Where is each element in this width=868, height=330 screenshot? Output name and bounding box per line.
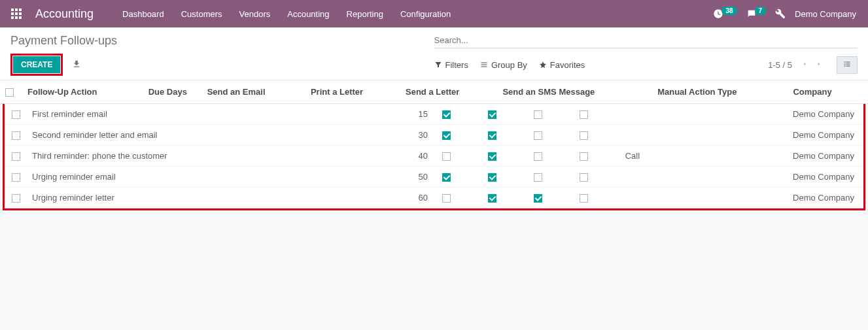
th-due[interactable]: Due Days [143, 80, 202, 104]
checkbox-icon[interactable] [580, 110, 588, 119]
checkbox-icon[interactable] [580, 152, 588, 161]
cell-action: Urging reminder letter [27, 188, 378, 208]
cell-action: First reminder email [27, 104, 378, 125]
th-send-letter[interactable]: Send a Letter [400, 80, 497, 104]
create-button[interactable]: Create [13, 56, 60, 73]
cell-company: Demo Company [680, 125, 863, 146]
cell-company: Demo Company [680, 188, 863, 208]
svg-rect-0 [11, 8, 14, 11]
select-all-checkbox[interactable] [5, 88, 14, 97]
th-print[interactable]: Print a Letter [305, 80, 400, 104]
menu-vendors[interactable]: Vendors [233, 5, 277, 23]
menu-accounting[interactable]: Accounting [281, 5, 336, 23]
pager-prev[interactable] [797, 58, 812, 73]
cell-manual [620, 167, 681, 188]
cell-action: Urging reminder email [27, 167, 378, 188]
checkbox-icon[interactable] [488, 152, 496, 161]
checkbox-icon[interactable] [534, 173, 542, 182]
cell-sms [574, 167, 620, 188]
checkbox-icon[interactable] [12, 173, 20, 182]
top-navbar: Accounting Dashboard Customers Vendors A… [0, 0, 868, 27]
svg-rect-6 [11, 16, 14, 19]
table-row[interactable]: Second reminder letter and email30Demo C… [5, 125, 863, 146]
svg-rect-4 [15, 12, 18, 15]
th-email[interactable]: Send an Email [202, 80, 305, 104]
filters-button[interactable]: Filters [434, 60, 468, 70]
cell-email [437, 104, 483, 125]
header-row: Follow-Up Action Due Days Send an Email … [0, 80, 868, 104]
cell-due: 50 [378, 167, 437, 188]
cell-sms [574, 188, 620, 208]
cell-action: Third reminder: phone the customer [27, 146, 378, 167]
checkbox-icon[interactable] [442, 173, 451, 182]
control-panel: Payment Follow-ups Create Filters Group … [0, 27, 868, 80]
cell-sms [574, 146, 620, 167]
cell-email [437, 188, 483, 208]
checkbox-icon[interactable] [488, 173, 496, 182]
svg-rect-1 [15, 8, 18, 11]
checkbox-icon[interactable] [12, 152, 20, 161]
messages-button[interactable]: 7 [746, 8, 767, 19]
cell-send-letter [529, 125, 574, 146]
menu-dashboard[interactable]: Dashboard [116, 5, 171, 23]
menu-customers[interactable]: Customers [175, 5, 229, 23]
checkbox-icon[interactable] [534, 131, 542, 140]
checkbox-icon[interactable] [442, 131, 451, 140]
groupby-button[interactable]: Group By [480, 60, 527, 70]
th-company[interactable]: Company [788, 80, 868, 104]
table-row[interactable]: First reminder email15Demo Company [5, 104, 863, 125]
menu-configuration[interactable]: Configuration [394, 5, 457, 23]
company-switcher[interactable]: Demo Company [795, 9, 856, 19]
pager-next[interactable] [812, 58, 826, 73]
favorites-label: Favorites [550, 60, 585, 70]
checkbox-icon[interactable] [580, 173, 588, 182]
checkbox-icon[interactable] [534, 152, 542, 161]
checkbox-icon[interactable] [442, 194, 451, 203]
apps-icon[interactable] [5, 8, 27, 19]
cell-print [483, 104, 529, 125]
svg-rect-3 [11, 12, 14, 15]
nav-right: 38 7 Demo Company [713, 8, 863, 19]
debug-icon[interactable] [775, 8, 786, 19]
cell-sms [574, 104, 620, 125]
svg-rect-5 [19, 12, 22, 15]
checkbox-icon[interactable] [12, 194, 20, 203]
checkbox-icon[interactable] [488, 110, 496, 119]
checkbox-icon[interactable] [488, 131, 496, 140]
th-action[interactable]: Follow-Up Action [22, 80, 143, 104]
cell-company: Demo Company [680, 104, 863, 125]
activities-count: 38 [721, 7, 737, 15]
cell-send-letter [529, 167, 574, 188]
cell-due: 30 [378, 125, 437, 146]
cell-manual [620, 125, 681, 146]
favorites-button[interactable]: Favorites [539, 60, 585, 70]
checkbox-icon[interactable] [12, 110, 20, 119]
cell-company: Demo Company [680, 167, 863, 188]
th-manual[interactable]: Manual Action Type [652, 80, 788, 104]
menu-reporting[interactable]: Reporting [340, 5, 390, 23]
th-sms[interactable]: Send an SMS Message [497, 80, 652, 104]
checkbox-icon[interactable] [534, 194, 542, 203]
svg-rect-7 [15, 16, 18, 19]
table-row[interactable]: Urging reminder email50Demo Company [5, 167, 863, 188]
table-row[interactable]: Third reminder: phone the customer40Call… [5, 146, 863, 167]
checkbox-icon[interactable] [534, 110, 542, 119]
checkbox-icon[interactable] [488, 194, 496, 203]
search-input[interactable] [434, 33, 858, 48]
cell-action: Second reminder letter and email [27, 125, 378, 146]
activities-button[interactable]: 38 [713, 8, 737, 19]
cell-due: 40 [378, 146, 437, 167]
filters-label: Filters [445, 60, 468, 70]
checkbox-icon[interactable] [442, 110, 451, 119]
cell-due: 60 [378, 188, 437, 208]
breadcrumb: Payment Follow-ups [10, 34, 434, 48]
checkbox-icon[interactable] [580, 194, 588, 203]
checkbox-icon[interactable] [442, 152, 451, 161]
checkbox-icon[interactable] [12, 131, 20, 140]
app-name[interactable]: Accounting [27, 7, 116, 21]
export-button[interactable] [69, 57, 84, 73]
checkbox-icon[interactable] [580, 131, 588, 140]
list-view-button[interactable] [837, 56, 858, 74]
table-row[interactable]: Urging reminder letter60Demo Company [5, 188, 863, 208]
cell-due: 15 [378, 104, 437, 125]
